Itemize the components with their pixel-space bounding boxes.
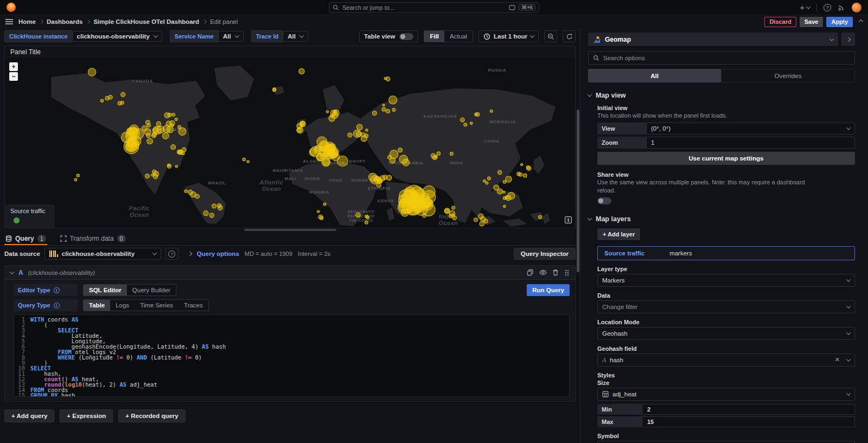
tab-query[interactable]: Query 1 — [4, 235, 47, 245]
breadcrumb-separator-icon — [202, 20, 207, 24]
table-option[interactable]: Table — [84, 300, 110, 311]
datasource-select[interactable]: clickhouse-observability — [44, 248, 161, 260]
map-view-section-header[interactable]: Map view — [588, 92, 855, 99]
collapse-query-icon[interactable] — [10, 269, 14, 274]
location-mode-select[interactable]: Geohash — [597, 327, 855, 340]
use-current-map-settings-button[interactable]: Use current map settings — [597, 152, 855, 165]
map-attribution-icon[interactable]: i — [565, 216, 572, 223]
query-a-header[interactable]: A (clickhouse-observability) — [5, 266, 575, 280]
left-pane-scrollbar[interactable] — [577, 110, 579, 272]
add-query-button[interactable]: + Add query — [4, 409, 54, 422]
collapse-editor-icon[interactable] — [859, 20, 863, 23]
user-avatar[interactable] — [852, 3, 861, 12]
query-datasource-hint: (clickhouse-observability) — [28, 269, 95, 276]
clear-icon[interactable]: ✕ — [835, 356, 840, 363]
menu-hamburger-icon[interactable] — [5, 19, 13, 24]
panel-options-sidebar: Geomap Search options All Overrides Map … — [580, 28, 868, 443]
query-inspector-button[interactable]: Query Inspector — [514, 248, 576, 260]
geomap-canvas[interactable]: RUSSIACANADAUNITED STATESKAZAKHSTANMONGO… — [5, 58, 575, 228]
breadcrumb-dashboards[interactable]: Dashboards — [47, 18, 82, 25]
view-select[interactable]: (0°, 0°) — [646, 123, 855, 134]
symbol-select[interactable]: circle.svg ✕ — [597, 441, 855, 443]
geohash-field-label: Geohash field — [597, 345, 855, 352]
nav-divider — [816, 4, 817, 11]
trace-id-select[interactable]: All — [283, 31, 308, 42]
hide-query-icon[interactable] — [539, 269, 547, 276]
query-options-link[interactable]: Query options — [197, 251, 239, 257]
news-rss-icon[interactable] — [838, 4, 845, 11]
service-name-select[interactable]: All — [218, 31, 244, 42]
duplicate-query-icon[interactable] — [527, 269, 534, 276]
datasource-help-button[interactable]: ? — [165, 248, 178, 260]
size-field-select[interactable]: adj_heat — [597, 388, 855, 401]
search-options-input[interactable]: Search options — [588, 51, 855, 65]
map-zoom-controls: + − — [9, 62, 18, 81]
clickhouse-logo-icon — [49, 251, 58, 257]
datasource-row: Data source clickhouse-observability ? Q… — [0, 246, 580, 262]
max-row: Max 15 — [597, 416, 855, 427]
apply-button[interactable]: Apply — [826, 17, 853, 27]
panel-type-selector[interactable]: Geomap — [588, 33, 838, 46]
time-range-picker[interactable]: Last 1 hour — [478, 30, 539, 42]
refresh-button[interactable] — [563, 30, 576, 42]
map-layers-section-header[interactable]: Map layers — [588, 215, 855, 223]
share-view-toggle[interactable] — [597, 197, 611, 204]
layer-type-label: Layer type — [597, 266, 855, 272]
delete-query-icon[interactable] — [552, 269, 559, 276]
transform-count-badge: 0 — [117, 235, 126, 242]
query-options-expand-icon[interactable] — [188, 252, 192, 256]
logs-option[interactable]: Logs — [110, 300, 135, 311]
run-query-button[interactable]: Run Query — [527, 284, 570, 296]
map-zoom-in-button[interactable]: + — [9, 62, 18, 71]
query-builder-option[interactable]: Query Builder — [127, 285, 176, 296]
info-icon: i — [54, 303, 60, 309]
panel-title[interactable]: Panel Title — [5, 46, 575, 58]
min-row: Min 2 — [597, 404, 855, 415]
geohash-field-select[interactable]: A hash ✕ — [597, 354, 855, 367]
table-view-switch[interactable] — [399, 33, 413, 40]
query-type-segmented: Table Logs Time Series Traces — [83, 299, 209, 311]
legend-title: Source traffic — [10, 208, 48, 214]
breadcrumb-home[interactable]: Home — [18, 18, 36, 25]
recorded-query-button[interactable]: + Recorded query — [118, 409, 185, 422]
collapse-options-button[interactable] — [841, 33, 855, 46]
drag-handle-icon[interactable] — [564, 269, 570, 277]
options-tabs: All Overrides — [588, 69, 855, 82]
zoom-input[interactable]: 1 — [646, 137, 855, 149]
table-view-toggle[interactable]: Table view — [359, 30, 418, 42]
new-dropdown-button[interactable]: + — [800, 3, 810, 11]
tab-all[interactable]: All — [588, 69, 721, 82]
map-zoom-out-button[interactable]: − — [9, 72, 18, 81]
data-select[interactable]: Change filter — [597, 300, 855, 313]
save-button[interactable]: Save — [800, 17, 824, 27]
add-layer-button[interactable]: + Add layer — [597, 228, 640, 240]
initial-view-label: Initial view — [597, 105, 855, 111]
min-input[interactable]: 2 — [642, 404, 855, 415]
fill-option[interactable]: Fill — [424, 31, 444, 42]
help-icon[interactable]: ? — [824, 4, 831, 11]
sql-editor-option[interactable]: SQL Editor — [84, 285, 127, 296]
layer-row-source-traffic[interactable]: Source traffic markers — [597, 246, 855, 260]
view-row: View (0°, 0°) — [597, 123, 855, 134]
zoom-out-time-button[interactable] — [544, 30, 557, 42]
time-series-option[interactable]: Time Series — [135, 300, 178, 311]
query-footer: + Add query + Expression + Recorded quer… — [4, 409, 576, 422]
clickhouse-instance-select[interactable]: clickhouse-observability — [72, 31, 162, 42]
query-ref-id: A — [18, 269, 23, 277]
breadcrumb-dashboard-name[interactable]: Simple ClickHouse OTel Dashboard — [93, 18, 199, 25]
top-nav: Search or jump to... ⌘+k + ? — [0, 0, 868, 15]
layer-type-select[interactable]: Markers — [597, 274, 855, 287]
max-input[interactable]: 15 — [642, 416, 855, 427]
discard-button[interactable]: Discard — [764, 17, 796, 27]
search-placeholder: Search or jump to... — [342, 4, 506, 11]
query-count-badge: 1 — [37, 235, 46, 242]
tab-transform-data[interactable]: Transform data 0 — [59, 235, 127, 245]
expression-button[interactable]: + Expression — [60, 409, 113, 422]
search-shortcut: ⌘+k — [519, 4, 535, 11]
sql-code-editor[interactable]: 1WITH coords AS2 (3 SELECT4 Latitude,5 L… — [14, 314, 570, 397]
tab-overrides[interactable]: Overrides — [721, 69, 855, 82]
traces-option[interactable]: Traces — [178, 300, 208, 311]
global-search-input[interactable]: Search or jump to... ⌘+k — [329, 2, 539, 13]
actual-option[interactable]: Actual — [444, 31, 473, 42]
grafana-logo[interactable] — [7, 3, 16, 12]
